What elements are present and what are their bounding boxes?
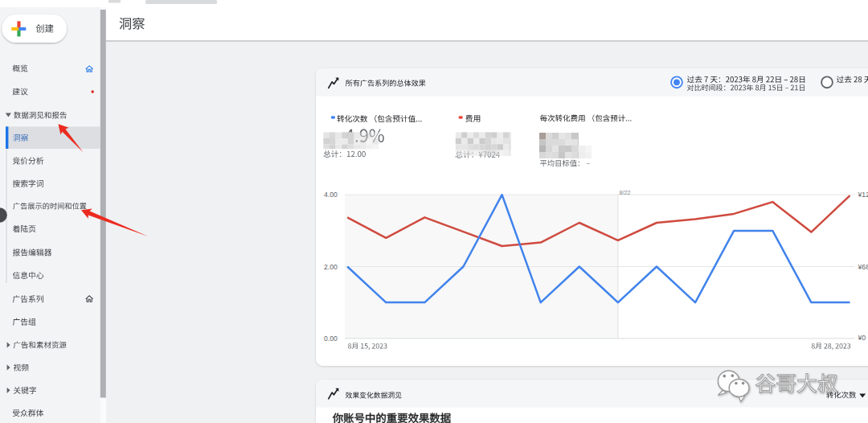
svg-text:8/22: 8/22: [620, 189, 631, 196]
svg-text:0.00: 0.00: [324, 335, 338, 343]
svg-text:¥12: ¥12: [858, 191, 868, 199]
svg-text:¥0: ¥0: [858, 334, 866, 342]
svg-text:4.00: 4.00: [324, 191, 338, 199]
svg-text:2.00: 2.00: [324, 263, 338, 271]
svg-text:¥68: ¥68: [858, 263, 868, 271]
